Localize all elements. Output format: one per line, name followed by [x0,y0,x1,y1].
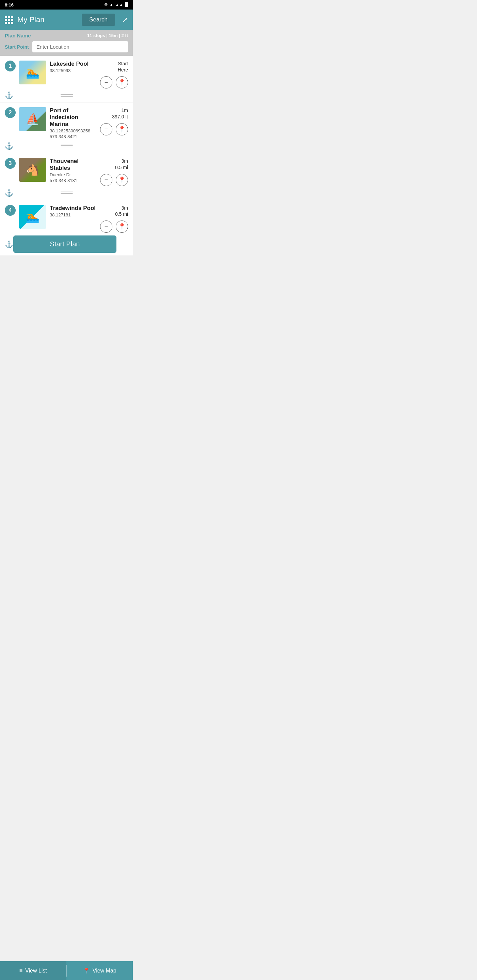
stop-name-4: Tradewinds Pool [50,205,97,212]
wifi-icon: ▲ [109,2,113,7]
remove-stop-2-button[interactable]: − [100,123,112,135]
category-icon-1: ⚓ [5,91,13,99]
do-not-disturb-icon: ⊖ [104,2,108,7]
stop-coords-4: 38.127181 [50,212,97,218]
plan-info-bar: Plan Name 11 stops | 15m | 2 ft Start Po… [0,30,133,56]
stop-distance-2: 1m 397.0 ft [112,107,128,119]
stops-list: 1 🏊 Lakeside Pool 38.125993 Start Here −… [0,56,133,283]
stop-info-4: Tradewinds Pool 38.127181 [50,205,97,218]
stop-coords-2: 38.12625300693258 [50,128,97,134]
category-icon-3: ⚓ [5,189,13,197]
stop-coords-3: Duenke Dr [50,172,97,177]
locate-stop-3-button[interactable]: 📍 [116,174,128,186]
stop-bottom-2: ⚓ [5,139,128,153]
stop-phone-3: 573-348-3131 [50,178,97,183]
locate-stop-1-button[interactable]: 📍 [116,76,128,89]
stop-right-4: 3m 0.5 mi − 📍 [100,205,128,233]
category-icon-2: ⚓ [5,142,13,150]
stop-name-1: Lakeside Pool [50,60,97,67]
stop-thumbnail-4: 🏊 [19,205,46,229]
status-icons: ⊖ ▲ ▲▲ ▉ [104,2,128,7]
stop-thumbnail-1: 🏊 [19,60,46,84]
stop-number-4: 4 [5,205,16,216]
stop-right-2: 1m 397.0 ft − 📍 [100,107,128,135]
stop-bottom-4: ⚓ Start Plan [5,233,128,256]
share-icon[interactable]: ↗ [122,15,128,24]
stop-info-1: Lakeside Pool 38.125993 [50,60,97,73]
stop-item-4: 4 🏊 Tradewinds Pool 38.127181 3m 0.5 mi … [0,200,133,256]
remove-stop-3-button[interactable]: − [100,174,112,186]
plan-name-label: Plan Name [5,33,31,38]
grid-menu-icon[interactable] [5,16,13,24]
time: 8:16 [5,2,14,8]
category-icon-4: ⚓ [5,240,13,248]
stop-distance-1: Start Here [118,60,128,73]
remove-stop-4-button[interactable]: − [100,221,112,233]
search-button[interactable]: Search [82,14,115,26]
location-input[interactable] [32,41,128,52]
locate-stop-4-button[interactable]: 📍 [116,221,128,233]
stop-item-3: 3 🐴 Thouvenel Stables Duenke Dr 573-348-… [0,153,133,200]
drag-handle-1[interactable] [61,94,73,97]
stop-distance-4: 3m 0.5 mi [115,205,128,217]
plan-stats: 11 stops | 15m | 2 ft [87,33,128,38]
stop-number-3: 3 [5,158,16,169]
stop-bottom-3: ⚓ [5,186,128,200]
stop-item-1: 1 🏊 Lakeside Pool 38.125993 Start Here −… [0,56,133,102]
stop-item-2: 2 ⛵ Port of Indecision Marina 38.1262530… [0,102,133,153]
stop-name-2: Port of Indecision Marina [50,107,97,127]
stop-info-2: Port of Indecision Marina 38.12625300693… [50,107,97,139]
stop-number-2: 2 [5,107,16,118]
start-point-row: Start Point [5,41,128,56]
stop-phone-2: 573-348-8421 [50,134,97,139]
stop-distance-3: 3m 0.5 mi [115,158,128,170]
start-point-label: Start Point [5,44,29,50]
remove-stop-1-button[interactable]: − [100,76,112,89]
stop-thumbnail-2: ⛵ [19,107,46,131]
plan-name-row: Plan Name 11 stops | 15m | 2 ft [5,33,128,41]
signal-icon: ▲▲ [115,2,123,7]
stop-right-1: Start Here − 📍 [100,60,128,89]
locate-stop-2-button[interactable]: 📍 [116,123,128,135]
start-plan-button[interactable]: Start Plan [13,235,116,253]
stop-info-3: Thouvenel Stables Duenke Dr 573-348-3131 [50,158,97,183]
drag-handle-3[interactable] [61,192,73,194]
stop-thumbnail-3: 🐴 [19,158,46,182]
app-header: My Plan Search ↗ [0,10,133,30]
battery-icon: ▉ [125,2,128,7]
stop-right-3: 3m 0.5 mi − 📍 [100,158,128,186]
header-title: My Plan [18,15,78,24]
drag-handle-2[interactable] [61,145,73,147]
stop-number-1: 1 [5,60,16,72]
stop-bottom-1: ⚓ [5,89,128,102]
stop-name-3: Thouvenel Stables [50,158,97,172]
stop-coords-1: 38.125993 [50,68,97,73]
status-bar: 8:16 ⊖ ▲ ▲▲ ▉ [0,0,133,10]
